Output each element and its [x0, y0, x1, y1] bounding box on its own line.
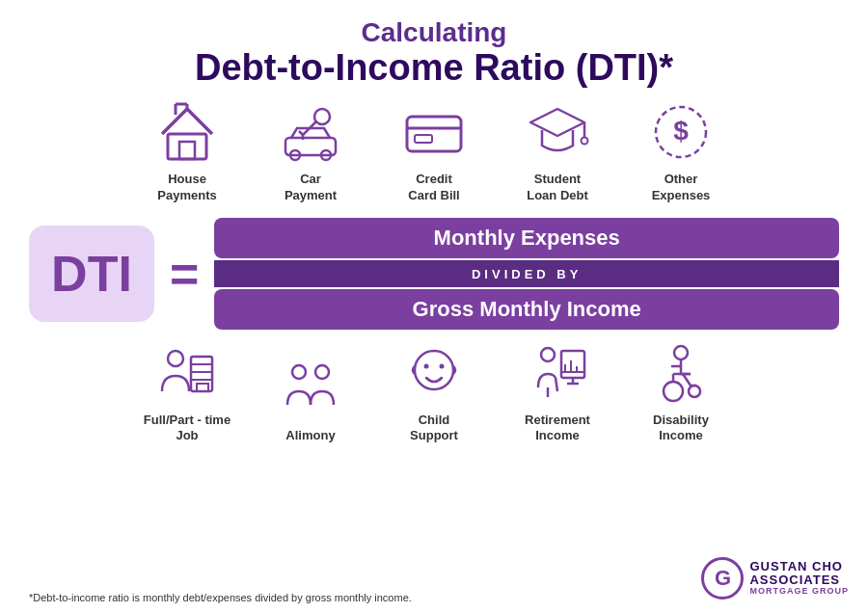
car-payment-label: CarPayment: [285, 172, 337, 204]
alimony-label: Alimony: [285, 428, 335, 444]
title-section: Calculating Debt-to-Income Ratio (DTI)*: [195, 17, 673, 89]
subtitle: Calculating: [195, 17, 673, 48]
svg-marker-16: [530, 109, 584, 136]
svg-point-29: [415, 351, 453, 389]
disability-icon: [647, 339, 715, 407]
svg-point-43: [664, 382, 683, 401]
alimony-icon: [277, 355, 344, 422]
disability-label: DisabilityIncome: [653, 413, 709, 445]
svg-line-33: [556, 378, 557, 391]
formula-section: DTI = Monthly Expenses DIVIDED BY Gross …: [29, 218, 839, 330]
divider-text: DIVIDED BY: [472, 267, 582, 281]
icon-student-loan: StudentLoan Debt: [509, 98, 606, 204]
icon-car-payment: CarPayment: [262, 98, 359, 204]
equals-sign: =: [170, 245, 199, 303]
job-icon: [153, 339, 221, 407]
bottom-icons-row: Full/Part - timeJob Alimony: [139, 339, 729, 445]
job-label: Full/Part - timeJob: [144, 413, 231, 445]
icon-job: Full/Part - timeJob: [139, 339, 235, 445]
svg-rect-0: [168, 134, 206, 159]
numerator-text: Monthly Expenses: [434, 226, 620, 250]
other-expenses-label: OtherExpenses: [652, 172, 711, 204]
svg-line-8: [299, 131, 303, 135]
svg-point-21: [168, 351, 183, 366]
denominator-text: Gross Monthly Income: [413, 297, 641, 321]
svg-rect-10: [285, 138, 336, 155]
icon-credit-card: CreditCard Bill: [386, 98, 482, 204]
house-payments-label: HousePayments: [157, 172, 216, 204]
logo-line3: MORTGAGE GROUP: [749, 587, 849, 597]
svg-point-18: [582, 137, 588, 144]
child-support-label: ChildSupport: [410, 413, 458, 445]
retirement-icon: [524, 339, 591, 407]
dti-box: DTI: [29, 226, 154, 322]
dollar-icon: $: [647, 98, 715, 166]
svg-point-44: [689, 386, 700, 397]
svg-point-32: [541, 348, 555, 361]
dti-label: DTI: [51, 245, 132, 303]
grad-icon: [524, 98, 591, 166]
credit-card-label: CreditCard Bill: [408, 172, 459, 204]
student-loan-label: StudentLoan Debt: [527, 172, 588, 204]
numerator-bar: Monthly Expenses: [214, 218, 839, 258]
svg-point-28: [315, 365, 329, 379]
icon-disability: DisabilityIncome: [633, 339, 729, 445]
child-icon: [400, 339, 468, 407]
card-icon: [400, 98, 468, 166]
main-title: Debt-to-Income Ratio (DTI)*: [195, 48, 673, 89]
svg-point-42: [674, 346, 688, 360]
svg-point-27: [292, 365, 306, 379]
denominator-bar: Gross Monthly Income: [214, 289, 839, 330]
svg-text:$: $: [673, 116, 689, 146]
svg-point-31: [440, 363, 445, 368]
top-icons-row: HousePayments CarPayment: [139, 98, 729, 204]
fraction-block: Monthly Expenses DIVIDED BY Gross Monthl…: [214, 218, 839, 330]
icon-other-expenses: $ OtherExpenses: [633, 98, 729, 204]
house-icon: [153, 98, 221, 166]
main-container: Calculating Debt-to-Income Ratio (DTI)* …: [0, 0, 868, 613]
retirement-label: RetirementIncome: [525, 413, 590, 445]
logo-g-letter: G: [715, 566, 731, 591]
car-icon: [277, 98, 344, 166]
divider-bar: DIVIDED BY: [214, 260, 839, 287]
icon-alimony: Alimony: [262, 355, 359, 444]
icon-house-payments: HousePayments: [139, 98, 235, 204]
logo-area: G GUSTAN CHO ASSOCIATES MORTGAGE GROUP: [701, 557, 849, 600]
svg-rect-15: [415, 135, 432, 143]
icon-child-support: ChildSupport: [386, 339, 482, 445]
icon-retirement: RetirementIncome: [509, 339, 606, 445]
logo-circle: G: [701, 557, 744, 600]
logo-line2: ASSOCIATES: [749, 573, 849, 587]
svg-point-30: [424, 363, 429, 368]
svg-rect-13: [407, 117, 461, 151]
svg-rect-1: [179, 142, 195, 159]
logo-line1: GUSTAN CHO: [749, 560, 849, 573]
logo-text-block: GUSTAN CHO ASSOCIATES MORTGAGE GROUP: [749, 560, 849, 597]
footnote: *Debt-to-income ratio is monthly debt/ex…: [29, 592, 412, 603]
